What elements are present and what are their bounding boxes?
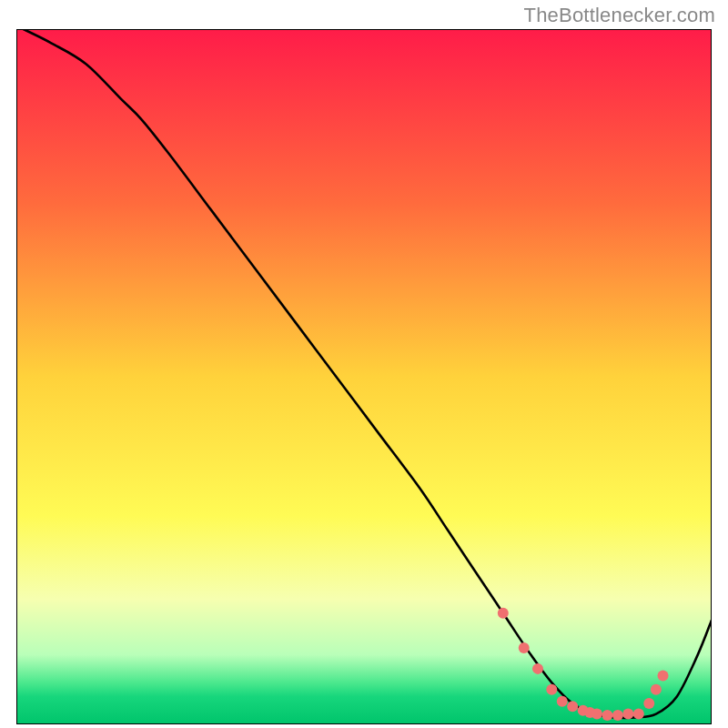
marker-dot: [498, 608, 509, 619]
marker-dot: [557, 696, 568, 707]
chart-frame: TheBottlenecker.com: [0, 0, 728, 728]
marker-dot: [622, 709, 633, 720]
attribution-label: TheBottlenecker.com: [524, 4, 715, 27]
marker-dot: [519, 642, 530, 653]
marker-dot: [546, 684, 557, 695]
marker-dot: [651, 684, 662, 695]
plot-area: [16, 29, 712, 724]
marker-dot: [567, 701, 578, 712]
gradient-background: [16, 29, 712, 724]
marker-dot: [602, 710, 612, 721]
marker-dot: [658, 671, 669, 682]
marker-dot: [643, 698, 654, 709]
marker-dot: [532, 663, 543, 674]
marker-dot: [633, 709, 644, 720]
bottleneck-chart: [16, 29, 712, 724]
marker-dot: [592, 709, 602, 720]
marker-dot: [612, 710, 623, 721]
